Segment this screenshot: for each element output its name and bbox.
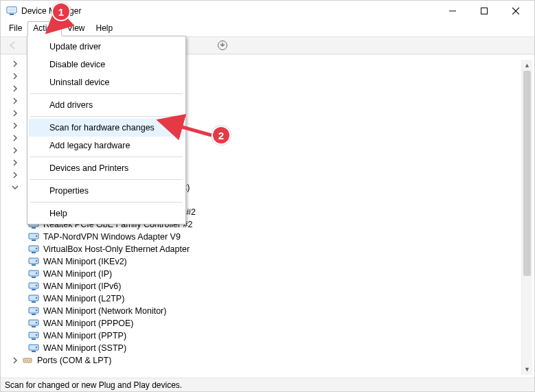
tree-item-label: WAN Miniport (PPTP) xyxy=(42,330,128,342)
menu-add-drivers[interactable]: Add drivers xyxy=(29,96,184,114)
svg-point-50 xyxy=(29,360,30,361)
menu-file[interactable]: File xyxy=(3,21,27,36)
window-controls xyxy=(437,1,532,21)
menu-disable-device[interactable]: Disable device xyxy=(29,56,184,73)
network-adapter-icon xyxy=(28,256,39,267)
chevron-right-icon[interactable] xyxy=(10,158,20,168)
tree-category-ports[interactable]: Ports (COM & LPT) xyxy=(3,354,532,367)
tree-item-label: WAN Miniport (PPPOE) xyxy=(42,317,135,330)
tree-item[interactable]: WAN Miniport (Network Monitor) xyxy=(3,305,532,317)
chevron-right-icon[interactable] xyxy=(10,84,20,93)
annotation-step-2: 2 xyxy=(212,126,231,145)
svg-point-22 xyxy=(36,248,37,249)
tree-item-label: WAN Miniport (L2TP) xyxy=(42,292,126,305)
menu-devices-printers[interactable]: Devices and Printers xyxy=(29,159,184,177)
menu-update-driver[interactable]: Update driver xyxy=(29,38,184,56)
svg-rect-2 xyxy=(10,14,14,15)
scan-hardware-icon[interactable] xyxy=(214,38,231,53)
tree-item-label: TAP-NordVPN Windows Adapter V9 xyxy=(42,231,182,243)
svg-rect-21 xyxy=(32,252,36,253)
app-icon xyxy=(6,5,17,16)
chevron-right-icon[interactable] xyxy=(10,71,20,81)
maximize-button[interactable] xyxy=(468,1,500,21)
tree-item[interactable]: WAN Miniport (IP) xyxy=(3,268,532,280)
svg-rect-1 xyxy=(8,8,15,12)
menu-scan-hardware[interactable]: Scan for hardware changes xyxy=(29,119,184,137)
network-adapter-icon xyxy=(28,343,39,354)
chevron-right-icon[interactable] xyxy=(10,59,20,69)
svg-point-31 xyxy=(36,285,37,286)
svg-rect-42 xyxy=(32,338,36,340)
tree-category-label: Ports (COM & LPT) xyxy=(36,354,113,367)
tree-item[interactable]: WAN Miniport (SSTP) xyxy=(3,342,532,354)
menubar: File Action View Help xyxy=(1,21,534,36)
close-button[interactable] xyxy=(500,1,532,21)
tree-item[interactable]: WAN Miniport (IKEv2) xyxy=(3,255,532,268)
chevron-down-icon[interactable] xyxy=(10,183,20,192)
menu-help[interactable]: Help xyxy=(29,205,184,222)
chevron-right-icon[interactable] xyxy=(10,121,20,130)
tree-item-label: WAN Miniport (IP) xyxy=(42,268,113,280)
tree-item-label: WAN Miniport (IPv6) xyxy=(42,280,122,292)
svg-point-34 xyxy=(36,297,37,299)
svg-point-19 xyxy=(36,235,37,237)
svg-rect-45 xyxy=(32,351,36,352)
menu-properties[interactable]: Properties xyxy=(29,182,184,200)
svg-rect-36 xyxy=(32,314,36,315)
menu-separator xyxy=(30,116,183,117)
tree-item[interactable]: WAN Miniport (PPPOE) xyxy=(3,317,532,330)
menu-help[interactable]: Help xyxy=(91,21,119,36)
menu-add-legacy[interactable]: Add legacy hardware xyxy=(29,137,184,154)
network-adapter-icon xyxy=(28,231,39,242)
tree-item[interactable]: WAN Miniport (L2TP) xyxy=(3,292,532,305)
tree-item[interactable]: WAN Miniport (IPv6) xyxy=(3,280,532,292)
menu-separator xyxy=(30,157,183,157)
svg-point-49 xyxy=(27,360,28,361)
scroll-down-icon[interactable]: ▼ xyxy=(522,364,532,375)
tree-item-label: VirtualBox Host-Only Ethernet Adapter xyxy=(42,243,191,255)
svg-point-43 xyxy=(36,334,37,336)
chevron-right-icon[interactable] xyxy=(10,108,20,118)
tree-item[interactable]: VirtualBox Host-Only Ethernet Adapter xyxy=(3,243,532,255)
network-adapter-icon xyxy=(28,305,39,316)
tree-item[interactable]: WAN Miniport (PPTP) xyxy=(3,330,532,342)
network-adapter-icon xyxy=(28,244,39,255)
svg-point-37 xyxy=(36,310,37,311)
chevron-right-icon[interactable] xyxy=(10,146,20,155)
annotation-step-1: 1 xyxy=(52,2,71,21)
tree-item-label: WAN Miniport (IKEv2) xyxy=(42,255,128,268)
tree-item[interactable]: TAP-NordVPN Windows Adapter V9 xyxy=(3,231,532,243)
network-adapter-icon xyxy=(28,330,39,341)
back-button[interactable] xyxy=(5,38,21,53)
vertical-scrollbar[interactable]: ▲ ▼ xyxy=(521,60,532,375)
titlebar: Device Manager xyxy=(1,1,534,21)
svg-rect-30 xyxy=(32,289,36,290)
tree-item-label: WAN Miniport (Network Monitor) xyxy=(42,305,168,317)
menu-action[interactable]: Action xyxy=(27,21,61,36)
chevron-right-icon[interactable] xyxy=(10,170,20,180)
svg-rect-33 xyxy=(32,301,36,303)
svg-rect-39 xyxy=(32,326,36,327)
network-adapter-icon xyxy=(28,318,39,329)
scroll-thumb[interactable] xyxy=(523,71,531,276)
svg-rect-18 xyxy=(32,240,36,241)
scroll-up-icon[interactable]: ▲ xyxy=(522,60,532,71)
action-menu: Update driver Disable device Uninstall d… xyxy=(27,36,186,224)
menu-view[interactable]: View xyxy=(62,21,91,36)
svg-point-25 xyxy=(36,260,37,262)
chevron-right-icon[interactable] xyxy=(10,133,20,143)
ports-icon xyxy=(22,355,33,366)
status-text: Scan for changed or new Plug and Play de… xyxy=(5,380,182,390)
svg-rect-4 xyxy=(481,8,488,14)
chevron-right-icon[interactable] xyxy=(10,356,20,365)
statusbar: Scan for changed or new Plug and Play de… xyxy=(1,378,534,391)
network-adapter-icon xyxy=(28,281,39,292)
menu-uninstall-device[interactable]: Uninstall device xyxy=(29,73,184,91)
scroll-track[interactable] xyxy=(522,71,532,364)
chevron-right-icon[interactable] xyxy=(10,96,20,106)
svg-point-48 xyxy=(25,360,26,361)
menu-separator xyxy=(30,202,183,203)
tree-item-label: WAN Miniport (SSTP) xyxy=(42,342,128,354)
menu-separator xyxy=(30,179,183,180)
minimize-button[interactable] xyxy=(437,1,468,21)
